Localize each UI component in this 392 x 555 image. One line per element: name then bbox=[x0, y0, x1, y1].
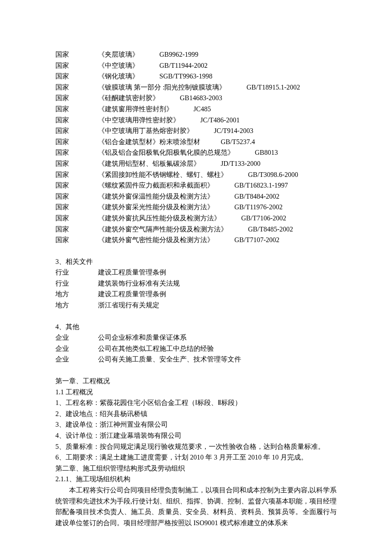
standard-level: 国家 bbox=[55, 82, 98, 93]
doc-level: 地方 bbox=[55, 300, 98, 311]
standard-text: 《钢化玻璃》 SGB/TT9963-1998 bbox=[98, 71, 337, 82]
standard-level: 国家 bbox=[55, 71, 98, 82]
standard-text: 《镀膜玻璃 第一部分 :阳光控制镀膜玻璃》 GB/T18915.1-2002 bbox=[98, 82, 337, 93]
related-doc-row: 行业建筑装饰行业标准有关法规 bbox=[55, 278, 337, 289]
standard-row: 国家《中空玻璃用丁基热熔密封胶》 JC/T914-2003 bbox=[55, 125, 337, 136]
standard-text: 《铝合金建筑型材》粉末喷涂型材 GB/T5237.4 bbox=[98, 136, 337, 147]
doc-level: 行业 bbox=[55, 278, 98, 289]
chapter-2-para-text: 本工程将实行公司合同项目经理负责制施工，以项目合同和成本控制为主要内容,以科学系… bbox=[55, 485, 337, 528]
doc-text: 公司有关施工质量、安全生产、技术管理等文件 bbox=[98, 354, 241, 365]
standard-text: 《建筑外窗保温性能分级及检测方法》 GB/T8484-2002 bbox=[98, 191, 337, 202]
doc-text: 公司企业标准和质量保证体系 bbox=[98, 332, 187, 343]
standard-level: 国家 bbox=[55, 158, 98, 169]
project-info-line: 1、工程名称：紫薇花园住宅小区铝合金工程（Ⅰ标段、Ⅱ标段） bbox=[55, 397, 337, 408]
standard-level: 国家 bbox=[55, 104, 98, 115]
doc-text: 建筑装饰行业标准有关法规 bbox=[98, 278, 180, 289]
section-3-list: 行业建设工程质量管理条例行业建筑装饰行业标准有关法规地方建设工程质量管理条例地方… bbox=[55, 267, 337, 310]
standard-row: 国家《建筑用铝型材、铝板氟碳涂层》 JD/T133-2000 bbox=[55, 158, 337, 169]
document-page: 国家《夹层玻璃》 GB9962-1999国家《中空玻璃》 GB/T11944-2… bbox=[0, 0, 392, 554]
standard-row: 国家《螺纹紧固件应力截面积和承截面积》 GB/T16823.1-1997 bbox=[55, 180, 337, 191]
standard-level: 国家 bbox=[55, 115, 98, 126]
standard-row: 国家《中空玻璃》 GB/T11944-2002 bbox=[55, 60, 337, 71]
standard-text: 《建筑外窗气密性能分级及检测方法》 GB/T7107-2002 bbox=[98, 234, 337, 246]
project-info-line: 6、工期要求：满足土建施工进度需要，计划 2010 年 3 月开工至 2010 … bbox=[55, 452, 337, 463]
standard-level: 国家 bbox=[55, 213, 98, 224]
standard-level: 国家 bbox=[55, 125, 98, 136]
standard-text: 《建筑用铝型材、铝板氟碳涂层》 JD/T133-2000 bbox=[98, 158, 337, 169]
standard-row: 国家《建筑外窗抗风压性能分级及检测方法》 GB/T7106-2002 bbox=[55, 213, 337, 224]
doc-level: 企业 bbox=[55, 354, 98, 365]
standard-text: 《硅酮建筑密封胶》 GB14683-2003 bbox=[98, 92, 337, 104]
spacer bbox=[55, 311, 337, 321]
related-doc-row: 行业建设工程质量管理条例 bbox=[55, 267, 337, 278]
chapter-2-heading: 第二章、施工组织管理结构形式及劳动组织 bbox=[55, 463, 337, 474]
standard-row: 国家《建筑外窗采光性能分级及检测方法》 GB/T11976-2002 bbox=[55, 202, 337, 213]
project-info-line: 4、设计单位：浙江建业幕墙装饰有限公司 bbox=[55, 430, 337, 441]
standard-text: 《中空玻璃用丁基热熔密封胶》 JC/T914-2003 bbox=[98, 125, 337, 136]
standard-level: 国家 bbox=[55, 202, 98, 213]
project-info-line: 5、质量标准：按合同规定满足现行验收规范要求，一次性验收合格，达到合格质量标准。 bbox=[55, 441, 337, 452]
standard-level: 国家 bbox=[55, 136, 98, 147]
standard-level: 国家 bbox=[55, 180, 98, 191]
section-4-heading: 4、其他 bbox=[55, 321, 337, 332]
standard-row: 国家《铝合金建筑型材》粉末喷涂型材 GB/T5237.4 bbox=[55, 136, 337, 147]
project-info-line: 3、建设单位：浙江神州置业有限公司 bbox=[55, 419, 337, 430]
standard-text: 《紧固接卸性能不锈钢螺栓、螺钉、螺柱》 GB/T3098.6-2000 bbox=[98, 169, 337, 180]
standard-row: 国家《建筑窗用弹性密封剂》 JC485 bbox=[55, 104, 337, 115]
doc-level: 行业 bbox=[55, 267, 98, 278]
chapter-1-heading: 第一章、工程概况 bbox=[55, 376, 337, 387]
doc-text: 建设工程质量管理条例 bbox=[98, 267, 166, 278]
section-3-heading: 3、相关文件 bbox=[55, 256, 337, 267]
standard-text: 《建筑外窗采光性能分级及检测方法》 GB/T11976-2002 bbox=[98, 202, 337, 213]
standard-row: 国家《钢化玻璃》 SGB/TT9963-1998 bbox=[55, 71, 337, 82]
standard-text: 《中空玻璃用弹性密封胶》 JC/T486-2001 bbox=[98, 115, 337, 126]
related-doc-row: 地方建设工程质量管理条例 bbox=[55, 289, 337, 300]
standard-level: 国家 bbox=[55, 191, 98, 202]
doc-text: 建设工程质量管理条例 bbox=[98, 289, 166, 300]
other-doc-row: 企业公司企业标准和质量保证体系 bbox=[55, 332, 337, 343]
standard-text: 《建筑外窗抗风压性能分级及检测方法》 GB/T7106-2002 bbox=[98, 213, 337, 224]
spacer bbox=[55, 246, 337, 256]
doc-level: 企业 bbox=[55, 332, 98, 343]
standard-level: 国家 bbox=[55, 60, 98, 71]
standard-row: 国家《镀膜玻璃 第一部分 :阳光控制镀膜玻璃》 GB/T18915.1-2002 bbox=[55, 82, 337, 93]
standard-text: 《建筑外窗空气隔声性能分级及检测方法》 GB/T8485-2002 bbox=[98, 224, 337, 235]
chapter-1-subheading: 1.1 工程概况 bbox=[55, 387, 337, 398]
standard-row: 国家《中空玻璃用弹性密封胶》 JC/T486-2001 bbox=[55, 115, 337, 126]
standard-text: 《螺纹紧固件应力截面积和承截面积》 GB/T16823.1-1997 bbox=[98, 180, 337, 191]
project-info-line: 2、建设地点：绍兴县杨讯桥镇 bbox=[55, 408, 337, 419]
doc-text: 浙江省现行有关规定 bbox=[98, 300, 159, 311]
standard-row: 国家《夹层玻璃》 GB9962-1999 bbox=[55, 49, 337, 60]
standard-row: 国家《建筑外窗气密性能分级及检测方法》 GB/T7107-2002 bbox=[55, 234, 337, 246]
standard-row: 国家《建筑外窗空气隔声性能分级及检测方法》 GB/T8485-2002 bbox=[55, 224, 337, 235]
standard-level: 国家 bbox=[55, 49, 98, 60]
standard-row: 国家《硅酮建筑密封胶》 GB14683-2003 bbox=[55, 92, 337, 104]
spacer bbox=[55, 365, 337, 376]
standard-row: 国家《紧固接卸性能不锈钢螺栓、螺钉、螺柱》 GB/T3098.6-2000 bbox=[55, 169, 337, 180]
standard-text: 《中空玻璃》 GB/T11944-2002 bbox=[98, 60, 337, 71]
standard-text: 《夹层玻璃》 GB9962-1999 bbox=[98, 49, 337, 60]
standard-level: 国家 bbox=[55, 92, 98, 104]
other-doc-row: 企业公司在其他类似工程施工中总结的经验 bbox=[55, 343, 337, 354]
doc-level: 企业 bbox=[55, 343, 98, 354]
other-doc-row: 企业公司有关施工质量、安全生产、技术管理等文件 bbox=[55, 354, 337, 365]
section-4-list: 企业公司企业标准和质量保证体系企业公司在其他类似工程施工中总结的经验企业公司有关… bbox=[55, 332, 337, 365]
standard-text: 《建筑窗用弹性密封剂》 JC485 bbox=[98, 104, 337, 115]
standard-level: 国家 bbox=[55, 224, 98, 235]
chapter-2-subheading: 2.1.1、施工现场组织机构 bbox=[55, 474, 337, 485]
standards-list: 国家《夹层玻璃》 GB9962-1999国家《中空玻璃》 GB/T11944-2… bbox=[55, 49, 337, 246]
doc-level: 地方 bbox=[55, 289, 98, 300]
chapter-2-paragraph: 本工程将实行公司合同项目经理负责制施工，以项目合同和成本控制为主要内容,以科学系… bbox=[55, 485, 337, 528]
standard-row: 国家《铝及铝合金阳极氧化阳极氧化膜的总规范》 GB8013 bbox=[55, 147, 337, 158]
standard-level: 国家 bbox=[55, 169, 98, 180]
standard-text: 《铝及铝合金阳极氧化阳极氧化膜的总规范》 GB8013 bbox=[98, 147, 337, 158]
doc-text: 公司在其他类似工程施工中总结的经验 bbox=[98, 343, 214, 354]
chapter-1-items: 1、工程名称：紫薇花园住宅小区铝合金工程（Ⅰ标段、Ⅱ标段）2、建设地点：绍兴县杨… bbox=[55, 397, 337, 463]
standard-row: 国家《建筑外窗保温性能分级及检测方法》 GB/T8484-2002 bbox=[55, 191, 337, 202]
standard-level: 国家 bbox=[55, 147, 98, 158]
related-doc-row: 地方浙江省现行有关规定 bbox=[55, 300, 337, 311]
standard-level: 国家 bbox=[55, 234, 98, 246]
